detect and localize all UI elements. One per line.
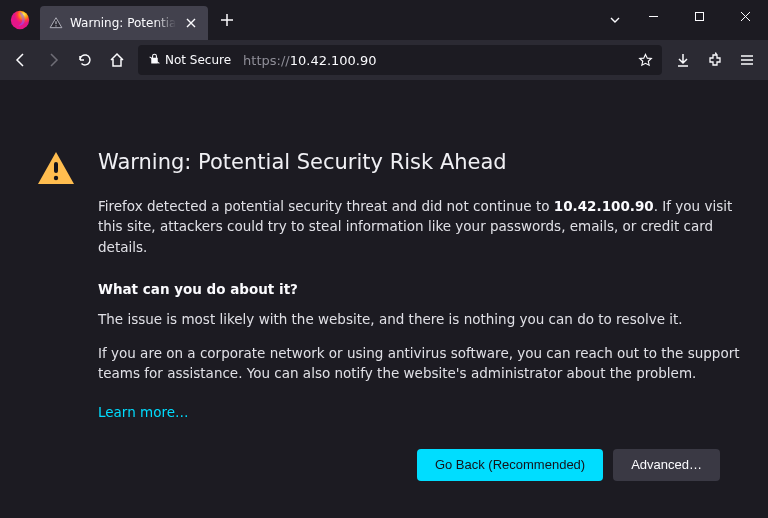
window-close-button[interactable]: [722, 0, 768, 32]
svg-rect-2: [55, 25, 56, 26]
svg-rect-1: [55, 21, 56, 24]
urlbar[interactable]: Not Secure https://10.42.100.90: [138, 45, 662, 75]
target-host: 10.42.100.90: [554, 198, 654, 214]
tab-close-button[interactable]: [182, 14, 200, 32]
window-controls: [600, 0, 768, 40]
advice-p1: The issue is most likely with the websit…: [98, 309, 748, 329]
home-button[interactable]: [102, 45, 132, 75]
tabs-area: Warning: Potential Security Risk: [40, 0, 600, 40]
subhead: What can you do about it?: [98, 281, 748, 297]
advice-p2: If you are on a corporate network or usi…: [98, 343, 748, 384]
url-host: 10.42.100.90: [290, 53, 377, 68]
reload-button[interactable]: [70, 45, 100, 75]
window-minimize-button[interactable]: [630, 0, 676, 32]
advanced-button[interactable]: Advanced…: [613, 449, 720, 481]
downloads-button[interactable]: [668, 45, 698, 75]
svg-point-5: [54, 176, 58, 180]
warning-triangle-icon: [36, 150, 76, 190]
new-tab-button[interactable]: [212, 5, 242, 35]
security-badge-label: Not Secure: [165, 53, 231, 67]
warning-body: Warning: Potential Security Risk Ahead F…: [98, 150, 748, 481]
page-heading: Warning: Potential Security Risk Ahead: [98, 150, 748, 174]
intro-paragraph: Firefox detected a potential security th…: [98, 196, 748, 257]
svg-rect-4: [54, 162, 58, 173]
action-row: Go Back (Recommended) Advanced…: [98, 449, 748, 481]
warning-favicon-icon: [48, 15, 64, 31]
security-badge[interactable]: Not Secure: [142, 50, 237, 70]
url-protocol: https://: [243, 53, 290, 68]
tab-label: Warning: Potential Security Risk: [70, 16, 176, 30]
tab-dropdown-button[interactable]: [600, 0, 630, 40]
bookmark-star-button[interactable]: [632, 53, 658, 68]
go-back-button[interactable]: Go Back (Recommended): [417, 449, 603, 481]
back-button[interactable]: [6, 45, 36, 75]
extensions-button[interactable]: [700, 45, 730, 75]
forward-button[interactable]: [38, 45, 68, 75]
app-menu-button[interactable]: [732, 45, 762, 75]
content-area: Warning: Potential Security Risk Ahead F…: [0, 80, 768, 518]
firefox-logo-icon: [0, 0, 40, 40]
svg-rect-3: [695, 12, 703, 20]
titlebar: Warning: Potential Security Risk: [0, 0, 768, 40]
toolbar: Not Secure https://10.42.100.90: [0, 40, 768, 80]
window-maximize-button[interactable]: [676, 0, 722, 32]
learn-more-link[interactable]: Learn more…: [98, 404, 189, 420]
tab-active[interactable]: Warning: Potential Security Risk: [40, 6, 208, 40]
lock-warning-icon: [148, 52, 161, 68]
